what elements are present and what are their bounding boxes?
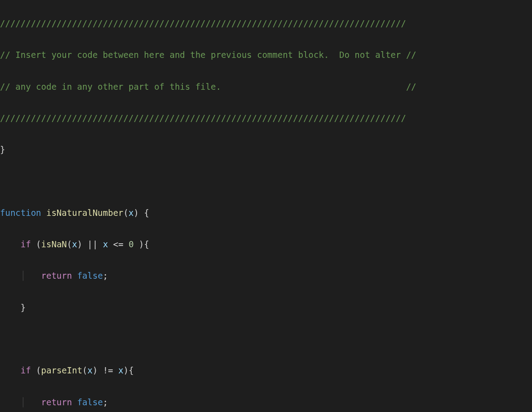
bool-false: false — [77, 397, 103, 407]
op-or: || — [88, 239, 98, 249]
brace-close: } — [21, 302, 26, 312]
call-parseint: parseInt — [41, 365, 83, 375]
var-x: x — [118, 365, 123, 375]
brace-close: } — [0, 145, 5, 154]
paren-close: ) — [139, 239, 144, 249]
paren-open: ( — [36, 239, 41, 249]
var-x: x — [103, 239, 108, 249]
paren-close: ) — [77, 239, 82, 249]
brace-open: { — [144, 208, 149, 218]
bool-false: false — [77, 271, 103, 281]
keyword-if: if — [21, 365, 31, 375]
op-le: <= — [113, 239, 124, 249]
paren-open: ( — [67, 239, 72, 249]
var-x: x — [88, 365, 93, 375]
paren-open: ( — [82, 365, 87, 375]
function-name: isNaturalNumber — [46, 208, 124, 218]
keyword-return: return — [41, 271, 72, 281]
comment-line: // any code in any other part of this fi… — [0, 82, 417, 92]
keyword-if: if — [21, 239, 31, 249]
brace-open: { — [129, 365, 133, 375]
keyword-function: function — [0, 208, 41, 218]
param-x: x — [129, 208, 133, 218]
paren-close: ) — [93, 365, 98, 375]
comment-line: ////////////////////////////////////////… — [0, 18, 406, 28]
op-ne: != — [103, 365, 113, 375]
code-editor[interactable]: ////////////////////////////////////////… — [0, 0, 532, 412]
paren-open: ( — [36, 365, 41, 375]
comment-line: ////////////////////////////////////////… — [0, 113, 406, 123]
semicolon: ; — [103, 271, 108, 281]
paren-open: ( — [124, 208, 129, 218]
comment-line: // Insert your code between here and the… — [0, 50, 417, 60]
semicolon: ; — [103, 397, 108, 407]
var-x: x — [72, 239, 77, 249]
call-isnan: isNaN — [41, 239, 67, 249]
paren-close: ) — [133, 208, 138, 218]
brace-open: { — [144, 239, 149, 249]
keyword-return: return — [41, 397, 72, 407]
num-zero: 0 — [129, 239, 133, 249]
paren-close: ) — [124, 365, 129, 375]
